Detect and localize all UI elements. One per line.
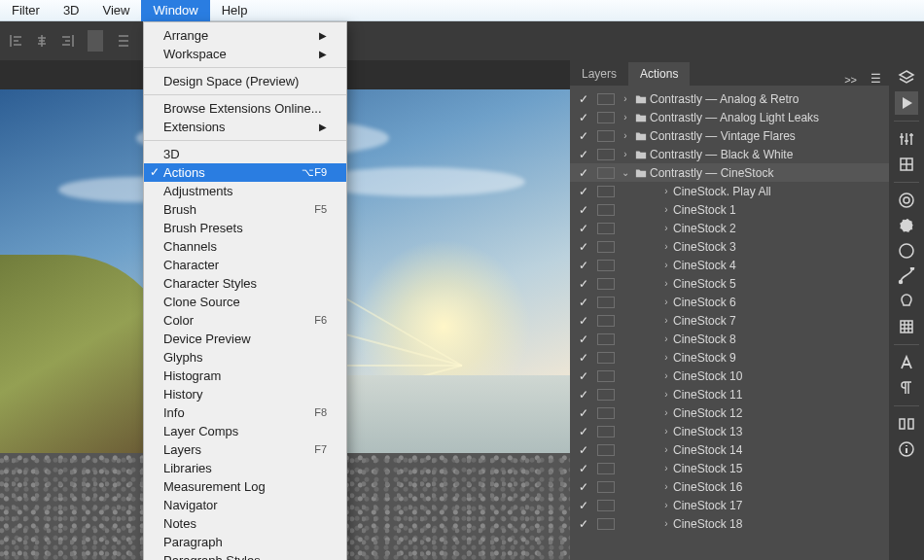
disclosure-icon[interactable]: ›	[659, 241, 673, 252]
action-item[interactable]: ✓›CineStock 6	[570, 293, 889, 311]
styles-icon[interactable]	[895, 153, 918, 176]
menu-item-arrange[interactable]: Arrange▶	[144, 26, 346, 45]
disclosure-icon[interactable]: ›	[619, 93, 632, 104]
menu-item-navigator[interactable]: Navigator	[144, 496, 346, 514]
dialog-toggle[interactable]	[597, 333, 615, 345]
visibility-check-icon[interactable]: ✓	[570, 480, 597, 494]
align-right-icon[interactable]	[58, 28, 76, 53]
visibility-check-icon[interactable]: ✓	[570, 332, 597, 346]
action-item[interactable]: ✓›CineStock 13	[570, 422, 889, 440]
menu-help[interactable]: Help	[210, 0, 260, 21]
dialog-toggle[interactable]	[597, 93, 615, 105]
menu-item-3d[interactable]: 3D	[144, 145, 346, 163]
action-item[interactable]: ✓›CineStock 3	[570, 237, 889, 256]
dialog-toggle[interactable]	[597, 241, 615, 253]
menu-view[interactable]: View	[91, 0, 142, 21]
menu-item-glyphs[interactable]: Glyphs	[144, 348, 346, 367]
menu-item-workspace[interactable]: Workspace▶	[144, 45, 346, 63]
action-set[interactable]: ✓›Contrastly — Analog Light Leaks	[570, 108, 889, 126]
disclosure-icon[interactable]: ›	[659, 444, 673, 455]
menu-item-measurement-log[interactable]: Measurement Log	[144, 477, 346, 496]
disclosure-icon[interactable]: ›	[659, 407, 673, 418]
visibility-check-icon[interactable]: ✓	[570, 517, 597, 531]
disclosure-icon[interactable]: ›	[659, 333, 673, 344]
action-item[interactable]: ✓›CineStock 16	[570, 477, 889, 496]
disclosure-icon[interactable]: ›	[659, 315, 673, 326]
menu-3d[interactable]: 3D	[52, 0, 91, 21]
disclosure-icon[interactable]: ⌄	[619, 167, 632, 178]
menu-item-character-styles[interactable]: Character Styles	[144, 274, 346, 293]
disclosure-icon[interactable]: ›	[659, 204, 673, 215]
visibility-check-icon[interactable]: ✓	[570, 296, 597, 309]
visibility-check-icon[interactable]: ✓	[570, 222, 597, 235]
disclosure-icon[interactable]: ›	[619, 112, 632, 122]
menu-item-paragraph[interactable]: Paragraph	[144, 533, 346, 551]
menu-item-channels[interactable]: Channels	[144, 237, 346, 256]
action-item[interactable]: ✓›CineStock 15	[570, 459, 889, 477]
dialog-toggle[interactable]	[597, 407, 615, 419]
menu-item-character[interactable]: Character	[144, 256, 346, 274]
menu-item-libraries[interactable]: Libraries	[144, 459, 346, 477]
dialog-toggle[interactable]	[597, 518, 615, 530]
dialog-toggle[interactable]	[597, 149, 615, 160]
disclosure-icon[interactable]: ›	[659, 518, 673, 529]
visibility-check-icon[interactable]: ✓	[570, 129, 597, 143]
visibility-check-icon[interactable]: ✓	[570, 351, 597, 365]
visibility-check-icon[interactable]: ✓	[570, 203, 597, 217]
collapse-panel-icon[interactable]: >>	[838, 74, 863, 86]
cc-libraries-icon[interactable]	[895, 189, 918, 212]
visibility-check-icon[interactable]: ✓	[570, 166, 597, 180]
dialog-toggle[interactable]	[597, 278, 615, 290]
menu-item-design-space-preview[interactable]: Design Space (Preview)	[144, 72, 346, 90]
tab-layers[interactable]: Layers	[570, 62, 628, 86]
paths-icon[interactable]	[895, 264, 918, 288]
panel-menu-icon[interactable]: ☰	[863, 72, 889, 86]
align-center-icon[interactable]	[33, 28, 51, 53]
dialog-toggle[interactable]	[597, 370, 615, 382]
menu-item-paragraph-styles[interactable]: Paragraph Styles	[144, 551, 346, 560]
visibility-check-icon[interactable]: ✓	[570, 277, 597, 291]
brushes-icon[interactable]	[895, 290, 918, 313]
disclosure-icon[interactable]: ›	[659, 389, 673, 400]
action-item[interactable]: ✓›CineStock 9	[570, 348, 889, 367]
visibility-check-icon[interactable]: ✓	[570, 369, 597, 383]
disclosure-icon[interactable]: ›	[659, 278, 673, 289]
action-item[interactable]: ✓›CineStock 10	[570, 367, 889, 385]
color-icon[interactable]	[895, 239, 918, 262]
dialog-toggle[interactable]	[597, 389, 615, 401]
visibility-check-icon[interactable]: ✓	[570, 185, 597, 198]
menu-item-adjustments[interactable]: Adjustments	[144, 182, 346, 200]
disclosure-icon[interactable]: ›	[659, 481, 673, 492]
visibility-check-icon[interactable]: ✓	[570, 240, 597, 254]
visibility-check-icon[interactable]: ✓	[570, 499, 597, 512]
dialog-toggle[interactable]	[597, 500, 615, 511]
visibility-check-icon[interactable]: ✓	[570, 314, 597, 328]
action-item[interactable]: ✓›CineStock 2	[570, 219, 889, 237]
dialog-toggle[interactable]	[597, 223, 615, 234]
swatches-icon[interactable]	[895, 214, 918, 237]
action-item[interactable]: ✓›CineStock 1	[570, 200, 889, 219]
dialog-toggle[interactable]	[597, 297, 615, 308]
type-a-icon[interactable]	[895, 351, 918, 374]
action-set[interactable]: ✓›Contrastly — Black & White	[570, 145, 889, 163]
action-set[interactable]: ✓›Contrastly — Analog & Retro	[570, 89, 889, 108]
dialog-toggle[interactable]	[597, 130, 615, 142]
action-item[interactable]: ✓›CineStock. Play All	[570, 182, 889, 200]
align-icon[interactable]	[895, 412, 918, 436]
action-item[interactable]: ✓›CineStock 17	[570, 496, 889, 514]
dialog-toggle[interactable]	[597, 167, 615, 179]
disclosure-icon[interactable]: ›	[619, 149, 632, 159]
menu-item-color[interactable]: ColorF6	[144, 311, 346, 330]
menu-item-layers[interactable]: LayersF7	[144, 440, 346, 459]
info-icon[interactable]	[895, 438, 918, 461]
disclosure-icon[interactable]: ›	[619, 130, 632, 141]
menu-item-brush[interactable]: BrushF5	[144, 200, 346, 219]
menu-item-device-preview[interactable]: Device Preview	[144, 330, 346, 348]
grid-icon[interactable]	[895, 315, 918, 338]
disclosure-icon[interactable]: ›	[659, 463, 673, 473]
dialog-toggle[interactable]	[597, 463, 615, 474]
visibility-check-icon[interactable]: ✓	[570, 406, 597, 420]
visibility-check-icon[interactable]: ✓	[570, 259, 597, 272]
menu-item-actions[interactable]: ✓Actions⌥F9	[144, 163, 346, 182]
menu-item-browse-extensions-online[interactable]: Browse Extensions Online...	[144, 99, 346, 118]
